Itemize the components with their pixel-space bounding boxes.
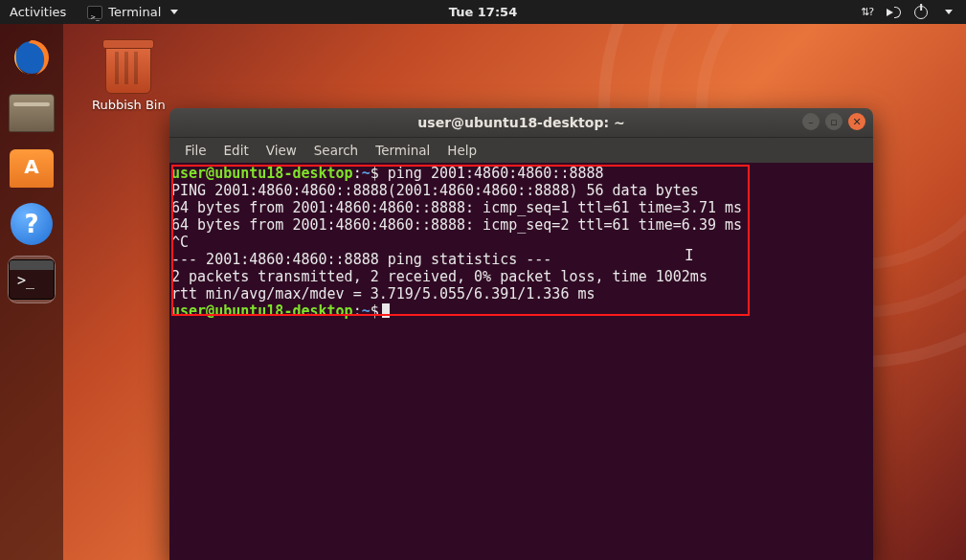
menu-help[interactable]: Help <box>439 141 484 160</box>
terminal-line: 64 bytes from 2001:4860:4860::8888: icmp… <box>171 199 873 216</box>
terminal-line: --- 2001:4860:4860::8888 ping statistics… <box>171 251 873 268</box>
terminal-icon <box>9 259 55 300</box>
software-icon <box>10 149 54 188</box>
window-minimize-button[interactable]: – <box>802 113 820 130</box>
dock-software[interactable] <box>8 145 56 192</box>
window-titlebar[interactable]: user@ubuntu18-desktop: ~ – ▫ ✕ <box>169 108 873 137</box>
terminal-menubar: File Edit View Search Terminal Help <box>169 137 873 163</box>
terminal-line: PING 2001:4860:4860::8888(2001:4860:4860… <box>171 182 873 199</box>
power-icon[interactable] <box>914 6 928 19</box>
dock-files[interactable] <box>8 89 56 137</box>
activities-button[interactable]: Activities <box>0 0 76 24</box>
window-close-button[interactable]: ✕ <box>848 113 865 130</box>
terminal-viewport[interactable]: user@ubuntu18-desktop:~$ ping 2001:4860:… <box>169 163 873 560</box>
trash-icon <box>105 44 151 94</box>
terminal-window: user@ubuntu18-desktop: ~ – ▫ ✕ File Edit… <box>169 108 873 560</box>
files-icon <box>9 94 55 132</box>
terminal-line: 2 packets transmitted, 2 received, 0% pa… <box>171 268 873 285</box>
help-icon: ? <box>11 203 53 245</box>
dock-terminal[interactable] <box>8 256 56 303</box>
terminal-line: user@ubuntu18-desktop:~$ ping 2001:4860:… <box>171 165 873 182</box>
network-icon[interactable]: ⇅? <box>861 6 873 18</box>
dock-firefox[interactable] <box>8 34 56 81</box>
window-title: user@ubuntu18-desktop: ~ <box>169 115 873 130</box>
menu-view[interactable]: View <box>258 141 304 160</box>
terminal-prompt: user@ubuntu18-desktop:~$ <box>171 302 873 320</box>
menu-terminal[interactable]: Terminal <box>368 141 438 160</box>
app-menu-label: Terminal <box>108 0 161 24</box>
terminal-line: rtt min/avg/max/mdev = 3.719/5.055/6.391… <box>171 285 873 302</box>
dock-help[interactable]: ? <box>8 200 56 248</box>
firefox-icon <box>11 36 53 78</box>
dock: ? <box>0 24 63 560</box>
app-menu-terminal[interactable]: Terminal <box>78 0 188 24</box>
system-menu-chevron-icon[interactable] <box>945 10 953 14</box>
terminal-cursor <box>382 303 390 318</box>
window-maximize-button[interactable]: ▫ <box>825 113 842 130</box>
clock[interactable]: Tue 17:54 <box>449 5 517 19</box>
top-bar: Activities Terminal Tue 17:54 ⇅? <box>0 0 966 24</box>
terminal-line: 64 bytes from 2001:4860:4860::8888: icmp… <box>171 216 873 234</box>
menu-search[interactable]: Search <box>306 141 366 160</box>
volume-icon[interactable] <box>887 7 901 18</box>
menu-edit[interactable]: Edit <box>216 141 257 160</box>
chevron-down-icon <box>170 10 178 14</box>
desktop: Activities Terminal Tue 17:54 ⇅? ? Rubbi… <box>0 0 966 560</box>
terminal-line: ^C <box>171 234 873 251</box>
text-cursor-ibeam: I <box>685 247 694 264</box>
rubbish-bin-label: Rubbish Bin <box>92 98 166 112</box>
menu-file[interactable]: File <box>177 141 214 160</box>
rubbish-bin-desktop-icon[interactable]: Rubbish Bin <box>92 44 166 112</box>
terminal-icon <box>87 6 102 19</box>
